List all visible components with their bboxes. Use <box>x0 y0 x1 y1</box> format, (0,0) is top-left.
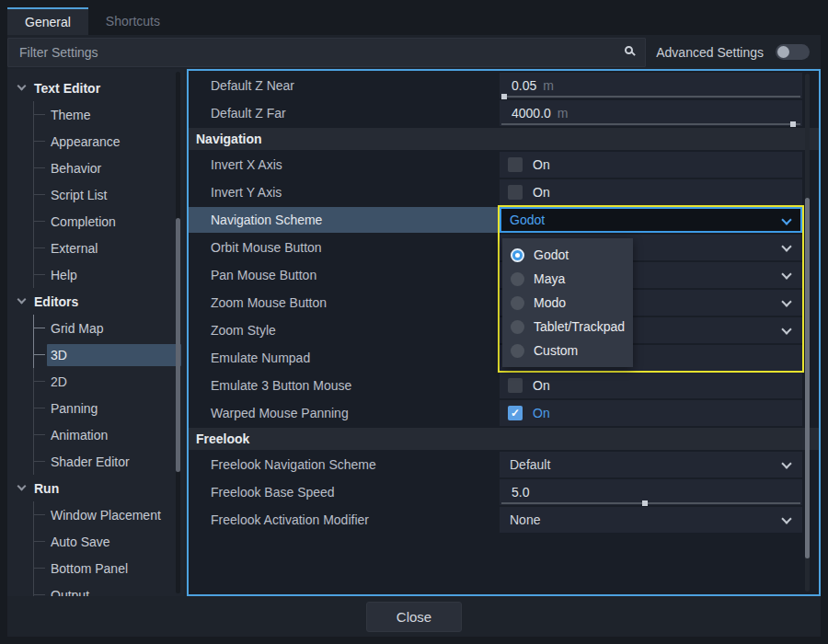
radio-unselected-icon <box>511 320 524 334</box>
slider-track <box>501 502 800 504</box>
popup-option-tablet-trackpad[interactable]: Tablet/Trackpad <box>502 315 633 339</box>
chevron-down-icon <box>781 458 791 468</box>
dropdown-value: Default <box>510 457 550 472</box>
sidebar-item-label: Completion <box>47 211 181 233</box>
sidebar-item-3d[interactable]: 3D <box>34 341 184 368</box>
slider-handle[interactable] <box>790 121 796 127</box>
sidebar-item-completion[interactable]: Completion <box>34 208 184 235</box>
sidebar-item-2d[interactable]: 2D <box>34 368 184 395</box>
setting-label: Zoom Style <box>189 317 500 343</box>
chevron-down-icon <box>781 214 791 224</box>
slider-track <box>501 96 800 98</box>
radio-selected-icon <box>511 248 524 262</box>
sidebar-item-output[interactable]: Output <box>34 581 184 596</box>
settings-row-navigation-scheme: Navigation SchemeGodotGodotMayaModoTable… <box>189 207 802 233</box>
sidebar-item-appearance[interactable]: Appearance <box>34 128 184 155</box>
tree-branch: ThemeAppearanceBehaviorScript ListComple… <box>33 101 184 288</box>
popup-option-maya[interactable]: Maya <box>502 267 633 291</box>
dropdown-navigation-scheme[interactable]: GodotGodotMayaModoTablet/TrackpadCustom <box>500 207 802 233</box>
setting-value: On <box>500 373 802 398</box>
chevron-down-icon <box>17 482 27 491</box>
chevron-down-icon <box>781 269 791 279</box>
spin-slider-freelook-base-speed[interactable]: 5.0 <box>500 479 802 505</box>
navigation-scheme-popup: GodotMayaModoTablet/TrackpadCustom <box>502 238 633 367</box>
sidebar-item-theme[interactable]: Theme <box>34 101 184 128</box>
slider-handle[interactable] <box>642 500 648 506</box>
sidebar-category-editors[interactable]: Editors <box>7 288 184 315</box>
editor-settings-window: Advanced Settings Text EditorThemeAppear… <box>7 35 821 637</box>
search-input[interactable] <box>7 38 646 67</box>
settings-body: Text EditorThemeAppearanceBehaviorScript… <box>7 69 821 596</box>
toggle-knob <box>777 46 789 58</box>
settings-row-emulate-numpad: Emulate Numpad✓On <box>189 345 802 371</box>
setting-value: ✓On <box>500 400 802 426</box>
sidebar-item-label: Help <box>47 264 181 286</box>
sidebar-item-external[interactable]: External <box>34 235 184 261</box>
settings-category-tree: Text EditorThemeAppearanceBehaviorScript… <box>7 69 184 596</box>
popup-option-modo[interactable]: Modo <box>502 291 633 315</box>
sidebar-item-behavior[interactable]: Behavior <box>34 155 184 181</box>
sidebar-item-bottom-panel[interactable]: Bottom Panel <box>34 555 184 581</box>
sidebar-item-window-placement[interactable]: Window Placement <box>34 501 184 528</box>
chevron-down-icon <box>781 513 791 523</box>
setting-label: Pan Mouse Button <box>189 262 500 288</box>
settings-row-invert-y-axis: Invert Y AxisOn <box>189 179 802 205</box>
tree-branch: Grid Map3D <box>33 315 184 368</box>
setting-label: Zoom Mouse Button <box>189 290 500 316</box>
setting-label: Invert X Axis <box>189 152 500 178</box>
sidebar-item-grid-map[interactable]: Grid Map <box>34 315 184 341</box>
popup-option-label: Maya <box>534 271 565 286</box>
sidebar-scrollbar-thumb[interactable] <box>176 218 180 472</box>
sidebar-item-label: Behavior <box>47 157 181 179</box>
sidebar-item-animation[interactable]: Animation <box>34 421 184 448</box>
radio-unselected-icon <box>511 344 524 358</box>
unit-suffix: m <box>558 106 569 121</box>
close-button[interactable]: Close <box>366 602 462 632</box>
settings-row-warped-mouse-panning: Warped Mouse Panning✓On <box>189 400 802 426</box>
popup-option-label: Modo <box>534 295 566 310</box>
tree-branch: 2DPanningAnimationShader Editor <box>33 368 184 475</box>
checkbox-unchecked-icon[interactable] <box>508 157 523 172</box>
setting-label: Freelook Navigation Scheme <box>189 452 500 477</box>
section-header-navigation: Navigation <box>189 128 819 150</box>
checkbox-checked-icon[interactable]: ✓ <box>508 406 523 420</box>
tree-branch: Window PlacementAuto SaveBottom PanelOut… <box>33 501 184 596</box>
checkbox-unchecked-icon[interactable] <box>508 378 523 393</box>
popup-option-label: Custom <box>534 343 578 358</box>
panel-scrollbar-thumb[interactable] <box>805 198 810 558</box>
slider-handle[interactable] <box>501 94 507 99</box>
dialog-footer: Close <box>7 596 821 637</box>
chevron-down-icon <box>781 324 791 334</box>
search-field-wrap <box>7 38 646 67</box>
sidebar-item-auto-save[interactable]: Auto Save <box>34 528 184 555</box>
search-row: Advanced Settings <box>7 35 821 69</box>
sidebar-item-panning[interactable]: Panning <box>34 395 184 421</box>
tab-shortcuts[interactable]: Shortcuts <box>88 7 178 35</box>
dropdown-freelook-activation-modifier[interactable]: None <box>500 507 802 533</box>
popup-option-custom[interactable]: Custom <box>502 339 633 362</box>
tab-general[interactable]: General <box>7 7 88 35</box>
popup-option-label: Tablet/Trackpad <box>534 319 625 334</box>
spin-slider-default-z-far[interactable]: 4000.0m <box>500 100 802 126</box>
setting-label: Emulate Numpad <box>189 345 500 371</box>
on-label: On <box>533 406 550 420</box>
sidebar-item-label: External <box>47 237 181 259</box>
sidebar-item-label: Window Placement <box>47 504 181 526</box>
advanced-settings-toggle[interactable] <box>776 44 810 60</box>
spin-slider-default-z-near[interactable]: 0.05m <box>500 73 802 98</box>
settings-row-default-z-near: Default Z Near0.05m <box>189 73 802 98</box>
sidebar-item-label: Theme <box>47 104 181 126</box>
sidebar-category-label: Run <box>34 481 59 496</box>
dropdown-freelook-navigation-scheme[interactable]: Default <box>500 452 802 477</box>
chevron-down-icon <box>17 82 27 91</box>
sidebar-category-run[interactable]: Run <box>7 475 184 501</box>
sidebar-item-shader-editor[interactable]: Shader Editor <box>34 448 184 475</box>
popup-option-godot[interactable]: Godot <box>502 243 633 267</box>
chevron-down-icon <box>781 296 791 306</box>
sidebar-item-script-list[interactable]: Script List <box>34 181 184 208</box>
sidebar-item-help[interactable]: Help <box>34 261 184 288</box>
sidebar-category-text-editor[interactable]: Text Editor <box>7 75 184 101</box>
tab-bar: General Shortcuts <box>0 0 828 35</box>
checkbox-unchecked-icon[interactable] <box>508 185 523 200</box>
sidebar-item-label: Animation <box>47 424 181 446</box>
